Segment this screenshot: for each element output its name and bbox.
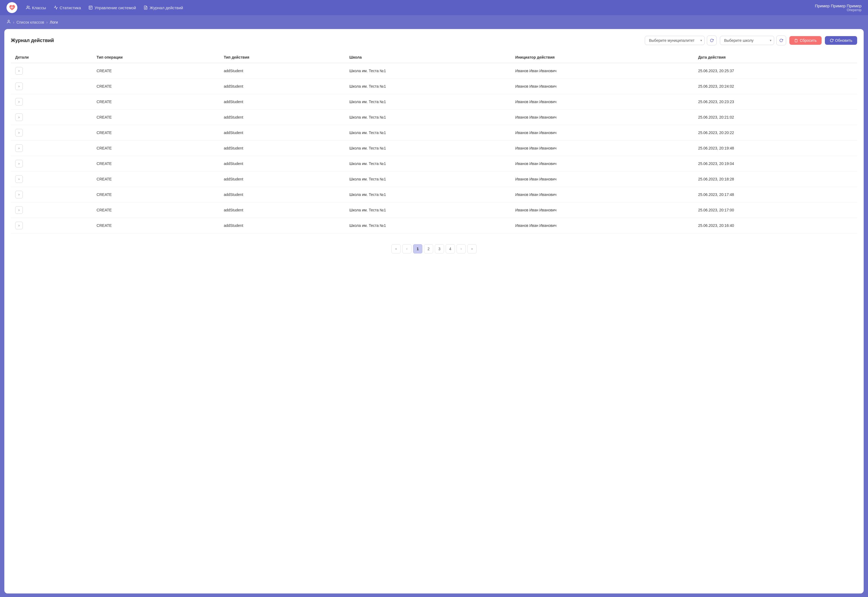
school-refresh-button[interactable] <box>776 36 786 45</box>
row-8-action: addStudent <box>219 187 345 202</box>
row-9-school: Школа им. Теста №1 <box>345 202 511 218</box>
municipality-select[interactable]: Выберите муниципалитет <box>645 36 705 45</box>
table-row: ›CREATEaddStudentШкола им. Теста №1Ивано… <box>11 171 857 187</box>
table-header: Детали Тип операции Тип действия Школа И… <box>11 52 857 63</box>
row-5-operation: CREATE <box>92 141 219 156</box>
row-3-operation: CREATE <box>92 110 219 125</box>
expand-button-2[interactable]: › <box>15 98 23 105</box>
page-4-button[interactable]: 4 <box>446 244 455 254</box>
expand-button-10[interactable]: › <box>15 222 23 229</box>
row-4-action: addStudent <box>219 125 345 141</box>
row-0-operation: CREATE <box>92 63 219 79</box>
row-4-initiator: Иванов Иван Иванович <box>511 125 694 141</box>
expand-button-1[interactable]: › <box>15 83 23 90</box>
nav-stats[interactable]: Статистика <box>54 6 81 10</box>
row-1-action: addStudent <box>219 79 345 94</box>
user-name: Пример Пример Пример <box>815 3 862 8</box>
page-title: Журнал действий <box>11 38 54 43</box>
svg-rect-3 <box>89 6 92 9</box>
svg-point-8 <box>8 20 9 21</box>
row-9-details: › <box>11 202 92 218</box>
expand-button-9[interactable]: › <box>15 206 23 214</box>
table-row: ›CREATEaddStudentШкола им. Теста №1Ивано… <box>11 110 857 125</box>
school-select-wrapper: Выберите школу ▾ <box>720 36 774 45</box>
row-1-date: 25.06.2023, 20:24:02 <box>694 79 857 94</box>
table-row: ›CREATEaddStudentШкола им. Теста №1Ивано… <box>11 63 857 79</box>
expand-button-0[interactable]: › <box>15 67 23 75</box>
expand-button-6[interactable]: › <box>15 160 23 168</box>
row-2-school: Школа им. Теста №1 <box>345 94 511 110</box>
expand-button-3[interactable]: › <box>15 113 23 121</box>
reset-button[interactable]: Сбросить <box>789 36 821 45</box>
row-2-details: › <box>11 94 92 110</box>
row-4-operation: CREATE <box>92 125 219 141</box>
page-first-button[interactable]: « <box>391 244 401 254</box>
expand-button-5[interactable]: › <box>15 144 23 152</box>
expand-button-8[interactable]: › <box>15 191 23 198</box>
page-last-button[interactable]: » <box>467 244 477 254</box>
row-2-initiator: Иванов Иван Иванович <box>511 94 694 110</box>
row-5-action: addStudent <box>219 141 345 156</box>
page-1-button[interactable]: 1 <box>413 244 422 254</box>
page-next-button[interactable]: › <box>456 244 466 254</box>
row-7-action: addStudent <box>219 171 345 187</box>
row-5-details: › <box>11 141 92 156</box>
table-row: ›CREATEaddStudentШкола им. Теста №1Ивано… <box>11 218 857 233</box>
row-10-school: Школа им. Теста №1 <box>345 218 511 233</box>
svg-point-2 <box>27 6 28 7</box>
page-3-button[interactable]: 3 <box>435 244 444 254</box>
expand-button-7[interactable]: › <box>15 175 23 183</box>
row-1-details: › <box>11 79 92 94</box>
row-5-initiator: Иванов Иван Иванович <box>511 141 694 156</box>
col-date: Дата действия <box>694 52 857 63</box>
row-3-date: 25.06.2023, 20:21:02 <box>694 110 857 125</box>
table-header-row: Журнал действий Выберите муниципалитет ▾… <box>11 36 857 45</box>
navbar: Классы Статистика Управление системой Жу… <box>0 0 868 15</box>
row-3-action: addStudent <box>219 110 345 125</box>
pagination: « ‹ 1 2 3 4 › » <box>11 240 857 254</box>
table-body: ›CREATEaddStudentШкола им. Теста №1Ивано… <box>11 63 857 233</box>
row-7-school: Школа им. Теста №1 <box>345 171 511 187</box>
refresh-button[interactable]: Обновить <box>825 36 857 45</box>
row-10-details: › <box>11 218 92 233</box>
row-4-details: › <box>11 125 92 141</box>
row-7-details: › <box>11 171 92 187</box>
expand-button-4[interactable]: › <box>15 129 23 137</box>
row-8-date: 25.06.2023, 20:17:48 <box>694 187 857 202</box>
breadcrumb-sep-2: › <box>46 20 48 24</box>
refresh-label: Обновить <box>835 38 852 43</box>
user-role: Оператор <box>815 8 862 12</box>
row-3-details: › <box>11 110 92 125</box>
row-4-date: 25.06.2023, 20:20:22 <box>694 125 857 141</box>
page-2-button[interactable]: 2 <box>424 244 433 254</box>
row-1-initiator: Иванов Иван Иванович <box>511 79 694 94</box>
table-row: ›CREATEaddStudentШкола им. Теста №1Ивано… <box>11 79 857 94</box>
nav-classes[interactable]: Классы <box>26 6 46 10</box>
row-6-initiator: Иванов Иван Иванович <box>511 156 694 171</box>
row-7-initiator: Иванов Иван Иванович <box>511 171 694 187</box>
nav-journal[interactable]: Журнал действий <box>144 6 183 10</box>
main-card: Журнал действий Выберите муниципалитет ▾… <box>4 29 864 594</box>
breadcrumb-classes[interactable]: Список классов <box>16 20 44 24</box>
breadcrumb-icon <box>6 19 11 25</box>
row-8-school: Школа им. Теста №1 <box>345 187 511 202</box>
municipality-refresh-button[interactable] <box>707 36 717 45</box>
reset-label: Сбросить <box>800 38 816 43</box>
row-5-date: 25.06.2023, 20:19:48 <box>694 141 857 156</box>
nav-system[interactable]: Управление системой <box>89 6 136 10</box>
row-10-date: 25.06.2023, 20:16:40 <box>694 218 857 233</box>
col-operation-type: Тип операции <box>92 52 219 63</box>
row-0-date: 25.06.2023, 20:25:37 <box>694 63 857 79</box>
row-6-action: addStudent <box>219 156 345 171</box>
municipality-filter-group: Выберите муниципалитет ▾ <box>645 36 717 45</box>
row-7-date: 25.06.2023, 20:18:28 <box>694 171 857 187</box>
logo[interactable] <box>6 2 17 13</box>
col-school: Школа <box>345 52 511 63</box>
school-filter-group: Выберите школу ▾ <box>720 36 786 45</box>
row-7-operation: CREATE <box>92 171 219 187</box>
row-0-details: › <box>11 63 92 79</box>
row-9-operation: CREATE <box>92 202 219 218</box>
school-select[interactable]: Выберите школу <box>720 36 774 45</box>
page-prev-button[interactable]: ‹ <box>402 244 412 254</box>
breadcrumb-current: Логи <box>50 20 58 24</box>
